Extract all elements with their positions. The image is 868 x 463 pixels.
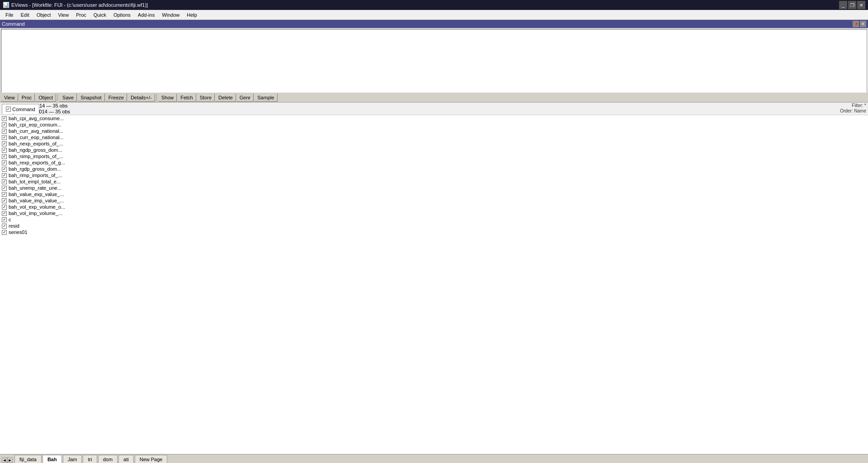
menu-addins[interactable]: Add-ins	[134, 11, 158, 19]
series-label: bah_value_imp_value_...	[9, 198, 64, 203]
btn-object[interactable]: Object	[35, 94, 56, 102]
menu-bar: File Edit Object View Proc Quick Options…	[0, 10, 868, 20]
series-label: bah_unemp_rate_une...	[9, 185, 61, 191]
sep1	[57, 94, 58, 101]
btn-snapshot[interactable]: Snapshot	[77, 94, 104, 102]
cmd-checkbox: ✓	[6, 107, 11, 112]
btn-fetch[interactable]: Fetch	[177, 94, 196, 102]
tab-command[interactable]: ✓ Command	[2, 104, 39, 114]
series-item[interactable]: ✓bah_rexp_exports_of_g...	[0, 159, 868, 166]
series-checkbox[interactable]: ✓	[2, 217, 7, 222]
series-checkbox[interactable]: ✓	[2, 198, 7, 203]
series-item[interactable]: ✓bah_value_exp_value_...	[0, 191, 868, 197]
series-item[interactable]: ✓bah_ngdp_gross_dom...	[0, 147, 868, 153]
bottom-tab-tri[interactable]: tri	[83, 455, 97, 463]
series-label: bah_tot_empl_total_e...	[9, 179, 61, 184]
btn-view[interactable]: View	[1, 94, 18, 102]
series-checkbox[interactable]: ✓	[2, 179, 7, 184]
pin-button[interactable]: 📌	[853, 21, 859, 27]
series-label: bah_nimp_imports_of_...	[9, 154, 63, 159]
menu-quick[interactable]: Quick	[90, 11, 110, 19]
btn-save[interactable]: Save	[59, 94, 77, 102]
series-checkbox[interactable]: ✓	[2, 160, 7, 165]
menu-options[interactable]: Options	[110, 11, 134, 19]
series-item[interactable]: ✓bah_vol_exp_volume_o...	[0, 204, 868, 210]
title-bar: 📊 EViews - [Workfile: FIJI - (c:\users\u…	[0, 0, 868, 10]
command-input-area[interactable]	[1, 29, 867, 94]
menu-help[interactable]: Help	[183, 11, 201, 19]
restore-button[interactable]: ❐	[848, 1, 856, 9]
series-item[interactable]: ✓bah_rimp_imports_of_...	[0, 172, 868, 178]
order-value: Name	[854, 108, 866, 113]
series-item[interactable]: ✓c	[0, 216, 868, 223]
series-checkbox[interactable]: ✓	[2, 173, 7, 178]
series-item[interactable]: ✓bah_rgdp_gross_dom...	[0, 166, 868, 172]
series-label: bah_cpi_eop_consum...	[9, 122, 61, 127]
series-item[interactable]: ✓bah_curr_avg_national...	[0, 128, 868, 134]
series-checkbox[interactable]: ✓	[2, 148, 7, 153]
series-checkbox[interactable]: ✓	[2, 116, 7, 121]
menu-object[interactable]: Object	[33, 11, 55, 19]
series-label: bah_curr_eop_national...	[9, 135, 64, 140]
close-button[interactable]: ✕	[857, 1, 865, 9]
series-checkbox[interactable]: ✓	[2, 186, 7, 191]
series-checkbox[interactable]: ✓	[2, 129, 7, 134]
series-checkbox[interactable]: ✓	[2, 224, 7, 229]
series-checkbox[interactable]: ✓	[2, 141, 7, 146]
btn-details[interactable]: Details+/-	[127, 94, 155, 102]
series-checkbox[interactable]: ✓	[2, 154, 7, 159]
series-checkbox[interactable]: ✓	[2, 192, 7, 197]
series-item[interactable]: ✓bah_tot_empl_total_e...	[0, 178, 868, 185]
btn-store[interactable]: Store	[197, 94, 215, 102]
series-checkbox[interactable]: ✓	[2, 135, 7, 140]
series-item[interactable]: ✓series01	[0, 229, 868, 235]
series-checkbox[interactable]: ✓	[2, 122, 7, 127]
bottom-tab-dom[interactable]: dom	[98, 455, 118, 463]
series-item[interactable]: ✓bah_nexp_exports_of_...	[0, 140, 868, 147]
series-label: c	[9, 217, 11, 222]
command-window: Command 📌 ✕	[0, 20, 868, 103]
series-item[interactable]: ✓bah_cpi_eop_consum...	[0, 122, 868, 128]
bottom-tab-jam[interactable]: Jam	[63, 455, 82, 463]
title-bar-left: 📊 EViews - [Workfile: FIJI - (c:\users\u…	[3, 2, 148, 8]
series-item[interactable]: ✓bah_value_imp_value_...	[0, 197, 868, 204]
series-item[interactable]: ✓bah_nimp_imports_of_...	[0, 153, 868, 159]
sep2	[156, 94, 157, 101]
filter-label: Filter:	[852, 103, 863, 108]
series-item[interactable]: ✓bah_vol_imp_volume_...	[0, 210, 868, 216]
menu-edit[interactable]: Edit	[17, 11, 33, 19]
bottom-tab-new-page[interactable]: New Page	[135, 455, 168, 463]
tab-next-arrow[interactable]: ►	[7, 458, 13, 463]
series-label: bah_rgdp_gross_dom...	[9, 166, 61, 172]
command-titlebar: Command 📌 ✕	[0, 20, 868, 28]
btn-proc[interactable]: Proc	[19, 94, 35, 102]
tab-command-label: Command	[12, 107, 35, 112]
tab-prev-arrow[interactable]: ◄	[2, 458, 7, 463]
inner-close-button[interactable]: ✕	[860, 21, 866, 27]
btn-genr[interactable]: Genr	[236, 94, 254, 102]
menu-window[interactable]: Window	[158, 11, 183, 19]
series-checkbox[interactable]: ✓	[2, 205, 7, 210]
series-item[interactable]: ✓bah_curr_eop_national...	[0, 134, 868, 140]
series-label: series01	[9, 229, 28, 235]
btn-sample[interactable]: Sample	[254, 94, 277, 102]
bottom-tab-bah[interactable]: Bah	[42, 455, 62, 463]
info-row: Range: 1980 2014 — 35 obs Sample: 1980 2…	[0, 103, 868, 115]
bottom-tab-fiji_data[interactable]: fiji_data	[14, 455, 42, 463]
btn-freeze[interactable]: Freeze	[105, 94, 127, 102]
workfile-window: View Proc Object Save Snapshot Freeze De…	[0, 93, 868, 454]
menu-proc[interactable]: Proc	[72, 11, 90, 19]
minimize-button[interactable]: _	[839, 1, 847, 9]
series-checkbox[interactable]: ✓	[2, 211, 7, 216]
menu-file[interactable]: File	[2, 11, 17, 19]
series-item[interactable]: ✓resid	[0, 223, 868, 229]
series-checkbox[interactable]: ✓	[2, 230, 7, 235]
series-item[interactable]: ✓bah_cpi_avg_consume...	[0, 115, 868, 122]
menu-view[interactable]: View	[55, 11, 73, 19]
series-checkbox[interactable]: ✓	[2, 167, 7, 172]
tab-arrows: ◄ ►	[2, 458, 13, 463]
btn-delete[interactable]: Delete	[215, 94, 236, 102]
bottom-tab-ati[interactable]: ati	[118, 455, 134, 463]
series-item[interactable]: ✓bah_unemp_rate_une...	[0, 185, 868, 191]
btn-show[interactable]: Show	[158, 94, 177, 102]
